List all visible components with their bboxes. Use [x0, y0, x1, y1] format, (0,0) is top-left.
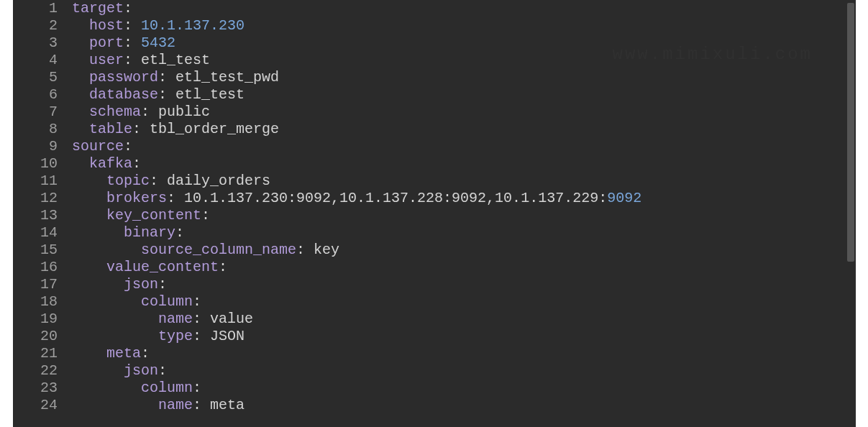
line-number: 12 [13, 190, 63, 207]
yaml-colon: : [124, 52, 132, 68]
line-code: binary: [63, 224, 184, 241]
yaml-key: kafka [89, 155, 132, 172]
yaml-colon: : [158, 86, 167, 103]
yaml-colon: : [219, 259, 227, 275]
yaml-key: topic [106, 173, 150, 189]
line-number: 15 [13, 242, 63, 259]
code-line: 8 table: tbl_order_merge [13, 121, 856, 138]
code-line: 11 topic: daily_orders [13, 173, 856, 190]
line-number: 7 [13, 104, 63, 121]
line-number: 4 [13, 52, 63, 69]
line-code: table: tbl_order_merge [63, 121, 279, 137]
code-line: 22 json: [13, 362, 856, 380]
line-code: database: etl_test [63, 86, 245, 103]
code-line: 5 password: etl_test_pwd [13, 69, 856, 86]
code-line: 6 database: etl_test [13, 86, 856, 104]
code-line: 24 name: meta [13, 397, 856, 414]
yaml-colon: : [124, 17, 132, 34]
yaml-colon: : [124, 138, 132, 155]
yaml-key: source [72, 138, 124, 155]
line-number: 6 [13, 86, 63, 104]
line-code: type: JSON [63, 328, 245, 344]
code-line: 7 schema: public [13, 104, 856, 121]
yaml-key: type [158, 328, 193, 344]
yaml-colon: : [193, 311, 201, 327]
yaml-colon: : [141, 104, 150, 120]
yaml-key: column [141, 380, 193, 396]
yaml-colon: : [158, 69, 167, 86]
code-editor[interactable]: www.mimixuli.com 1 target:2 host: 10.1.1… [13, 0, 856, 427]
yaml-key: table [89, 121, 132, 137]
yaml-key: binary [124, 224, 175, 241]
line-code: column: [63, 380, 201, 396]
code-line: 14 binary: [13, 224, 856, 242]
line-number: 16 [13, 259, 63, 276]
yaml-key: meta [106, 345, 141, 362]
yaml-colon: : [167, 190, 175, 206]
line-code: name: meta [63, 397, 245, 413]
yaml-colon: : [201, 207, 210, 224]
yaml-colon: : [296, 242, 305, 258]
yaml-value: meta [201, 397, 245, 413]
yaml-colon: : [158, 362, 167, 379]
yaml-key: database [89, 86, 158, 103]
yaml-colon: : [158, 276, 167, 293]
line-code: source_column_name: key [63, 242, 339, 258]
yaml-key: name [158, 397, 193, 413]
code-line: 17 json: [13, 276, 856, 293]
yaml-colon: : [193, 328, 201, 344]
line-number: 17 [13, 276, 63, 293]
yaml-colon: : [193, 380, 201, 396]
line-number: 2 [13, 17, 63, 35]
yaml-colon: : [193, 293, 201, 310]
yaml-key: value_content [106, 259, 219, 275]
line-number: 13 [13, 207, 63, 224]
line-number: 8 [13, 121, 63, 138]
yaml-key: json [124, 362, 158, 379]
yaml-key: brokers [106, 190, 167, 206]
line-code: source: [63, 138, 132, 155]
scrollbar-thumb[interactable] [847, 3, 854, 262]
yaml-value: 5432 [132, 35, 175, 51]
line-code: user: etl_test [63, 52, 210, 68]
line-number: 5 [13, 69, 63, 86]
yaml-key: schema [89, 104, 141, 120]
line-number: 1 [13, 0, 63, 17]
line-code: password: etl_test_pwd [63, 69, 279, 86]
yaml-colon: : [124, 0, 132, 17]
line-number: 11 [13, 173, 63, 190]
code-line: 13 key_content: [13, 207, 856, 224]
yaml-key: password [89, 69, 158, 86]
line-code: topic: daily_orders [63, 173, 270, 189]
line-number: 23 [13, 380, 63, 397]
yaml-key: name [158, 311, 193, 327]
yaml-key: json [124, 276, 158, 293]
yaml-value-tail: 9092 [607, 190, 641, 206]
yaml-key: target [72, 0, 124, 17]
yaml-colon: : [150, 173, 158, 189]
line-number: 9 [13, 138, 63, 155]
line-code: value_content: [63, 259, 227, 275]
line-code: meta: [63, 345, 150, 362]
line-number: 21 [13, 345, 63, 362]
line-code: json: [63, 362, 167, 379]
yaml-colon: : [132, 155, 141, 172]
code-line: 12 brokers: 10.1.137.230:9092,10.1.137.2… [13, 190, 856, 207]
vertical-scrollbar[interactable] [847, 3, 854, 262]
yaml-key: key_content [106, 207, 201, 224]
code-line: 23 column: [13, 380, 856, 397]
line-code: host: 10.1.137.230 [63, 17, 245, 34]
yaml-value: value [201, 311, 253, 327]
line-number: 10 [13, 155, 63, 173]
line-code: kafka: [63, 155, 141, 172]
code-line: 9 source: [13, 138, 856, 155]
code-line: 15 source_column_name: key [13, 242, 856, 259]
yaml-key: port [89, 35, 124, 51]
yaml-colon: : [141, 345, 150, 362]
line-number: 22 [13, 362, 63, 380]
yaml-value: etl_test [132, 52, 210, 68]
code-line: 19 name: value [13, 311, 856, 328]
yaml-value: 10.1.137.230 [132, 17, 245, 34]
line-number: 24 [13, 397, 63, 414]
code-line: 21 meta: [13, 345, 856, 362]
